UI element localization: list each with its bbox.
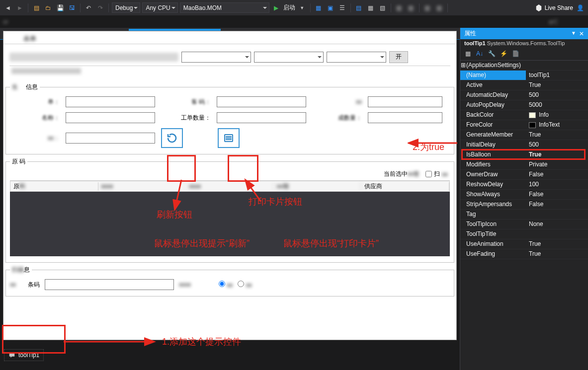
data-grid[interactable] [10, 192, 450, 256]
print-card-button[interactable] [218, 128, 240, 148]
label-qty: 工单数量： [161, 114, 211, 122]
prop-initialdelay[interactable]: InitialDelay500 [460, 140, 588, 150]
prop-backcolor[interactable]: BackColorInfo [460, 110, 588, 120]
col-h2: xxxx [98, 183, 186, 190]
col-h1: 原料 [10, 182, 98, 191]
prop-useanimation[interactable]: UseAnimationTrue [460, 239, 588, 249]
prop-appsettings[interactable]: ⊞(ApplicationSettings) [460, 61, 588, 71]
prop-active[interactable]: ActiveTrue [460, 80, 588, 90]
prop-usefading[interactable]: UseFadingTrue [460, 249, 588, 259]
prop-tag[interactable]: Tag [460, 210, 588, 220]
textbox-qty[interactable] [217, 112, 306, 123]
textbox-row3a[interactable] [66, 133, 155, 144]
chevron-down-icon[interactable]: ▼ [571, 30, 576, 37]
start-label[interactable]: 启动 [283, 3, 295, 12]
group-info: 生信息 单： 客 码： xx 名称： 工单数量： 成数量： xx： [5, 83, 454, 154]
alpha-sort-icon[interactable]: A↓ [474, 49, 485, 59]
prop-name[interactable]: (Name)toolTip1 [460, 71, 588, 80]
radio-b[interactable]: xx [238, 281, 252, 289]
selected-object: toolTip1 System.Windows.Forms.ToolTip [460, 39, 588, 47]
prop-showalways[interactable]: ShowAlwaysFalse [460, 190, 588, 200]
form-designer-surface[interactable]: 表单 开 生信息 单： 客 码： [3, 31, 457, 340]
textbox-extra1[interactable] [368, 96, 442, 107]
redo-icon[interactable]: ↷ [95, 3, 105, 13]
align-icon2[interactable]: ▥ [406, 3, 416, 13]
tray-tooltip1[interactable]: toolTip1 [4, 349, 44, 361]
group-scan: 扫描息 xx 条码 xxxx xx xx [5, 266, 454, 296]
properties-panel: 属性 ▼ ✕ toolTip1 System.Windows.Forms.Too… [460, 28, 588, 370]
label-blur1: xx [312, 98, 362, 105]
platform-dropdown[interactable]: Any CPU [142, 2, 177, 13]
feedback-icon[interactable]: 👤 [575, 3, 585, 13]
toolbar-btn-e[interactable]: ▦ [366, 3, 376, 13]
nav-back-icon[interactable]: ◄ [3, 3, 13, 13]
textbox-name[interactable] [66, 112, 155, 123]
current-select-label: 当前选中xx签 [384, 170, 420, 178]
prop-isballoon[interactable]: IsBalloonTrue [460, 150, 588, 160]
label-cust: 客 码： [161, 98, 211, 106]
prop-autopopdelay[interactable]: AutoPopDelay5000 [460, 100, 588, 110]
undo-icon[interactable]: ↶ [84, 3, 93, 13]
barcode-input[interactable] [45, 279, 174, 290]
scan-checkbox[interactable]: 扫xx [425, 170, 448, 178]
combo-3[interactable] [327, 52, 386, 63]
label-done: 成数量： [312, 114, 362, 122]
component-tray: toolTip1 [0, 340, 460, 370]
col-h5: 供应商 [361, 182, 449, 191]
close-icon[interactable]: ✕ [579, 30, 584, 37]
nav-fwd-icon[interactable]: ► [15, 3, 25, 13]
save-icon[interactable]: 💾 [55, 3, 65, 13]
categorized-icon[interactable]: ▦ [462, 49, 473, 59]
prop-tooltiptitle[interactable]: ToolTipTitle [460, 229, 588, 239]
start-caret-icon[interactable]: ▼ [297, 3, 307, 13]
toolbar-btn-a[interactable]: ▦ [314, 3, 324, 13]
new-icon[interactable]: ▤ [31, 3, 41, 13]
toolbar-btn-b[interactable]: ▣ [326, 3, 336, 13]
distribute-icon2[interactable]: ▥ [434, 3, 444, 13]
barcode-label: 条码 [28, 281, 40, 289]
grid-header-row: 原料 xxxx xxxx xx期 供应商 [10, 181, 450, 192]
ide-toolbar: ◄ ► ▤ 🗀 💾 🖫 ↶ ↷ Debug Any CPU MaoBao.MOM… [0, 0, 588, 16]
startup-project-dropdown[interactable]: MaoBao.MOM [180, 2, 269, 13]
saveall-icon[interactable]: 🖫 [67, 3, 77, 13]
start-icon[interactable]: ▶ [271, 3, 281, 13]
col-h4: xx期 [274, 182, 362, 191]
align-icon[interactable]: ▥ [394, 3, 404, 13]
prop-ownerdraw[interactable]: OwnerDrawFalse [460, 170, 588, 180]
prop-automaticdelay[interactable]: AutomaticDelay500 [460, 90, 588, 100]
prop-modifiers[interactable]: ModifiersPrivate [460, 160, 588, 170]
toolbar-btn-c[interactable]: ☰ [337, 3, 347, 13]
combo-1[interactable] [181, 52, 251, 63]
open-button[interactable]: 开 [389, 51, 408, 63]
props-icon[interactable]: 🔧 [486, 49, 497, 59]
config-dropdown[interactable]: Debug [112, 2, 140, 13]
live-share-button[interactable]: Live Share [535, 4, 573, 11]
prop-reshowdelay[interactable]: ReshowDelay100 [460, 180, 588, 190]
refresh-button[interactable] [161, 128, 183, 148]
open-icon[interactable]: 🗀 [43, 3, 53, 13]
properties-title[interactable]: 属性 ▼ ✕ [460, 28, 588, 39]
textbox-done[interactable] [368, 112, 442, 123]
prop-pages-icon[interactable]: 📄 [510, 49, 521, 59]
properties-toolbar: ▦ A↓ 🔧 ⚡ 📄 [460, 47, 588, 61]
toolbar-btn-d[interactable]: ▤ [354, 3, 364, 13]
prop-generatemember[interactable]: GenerateMemberTrue [460, 130, 588, 140]
group-raw-legend: 原 码 [10, 157, 27, 166]
distribute-icon[interactable]: ▥ [422, 3, 432, 13]
label-name: 名称： [10, 114, 60, 122]
label-blur2: xx： [10, 134, 60, 143]
prop-forecolor[interactable]: ForeColorInfoText [460, 120, 588, 130]
textbox-cust[interactable] [217, 96, 306, 107]
events-icon[interactable]: ⚡ [498, 49, 509, 59]
col-h3: xxxx [186, 183, 274, 190]
prop-stripampersands[interactable]: StripAmpersandsFalse [460, 200, 588, 210]
toolbar-btn-f[interactable]: ▧ [378, 3, 388, 13]
group-raw: 原 码 当前选中xx签 扫xx 原料 xxxx xxxx xx期 [5, 157, 454, 263]
textbox-order[interactable] [66, 96, 155, 107]
obscured-strip: or arC [0, 16, 588, 28]
prop-tooltipicon[interactable]: ToolTipIconNone [460, 220, 588, 229]
radio-a[interactable]: xx [219, 281, 233, 289]
combo-2[interactable] [254, 52, 324, 63]
label-order: 单： [10, 98, 60, 106]
